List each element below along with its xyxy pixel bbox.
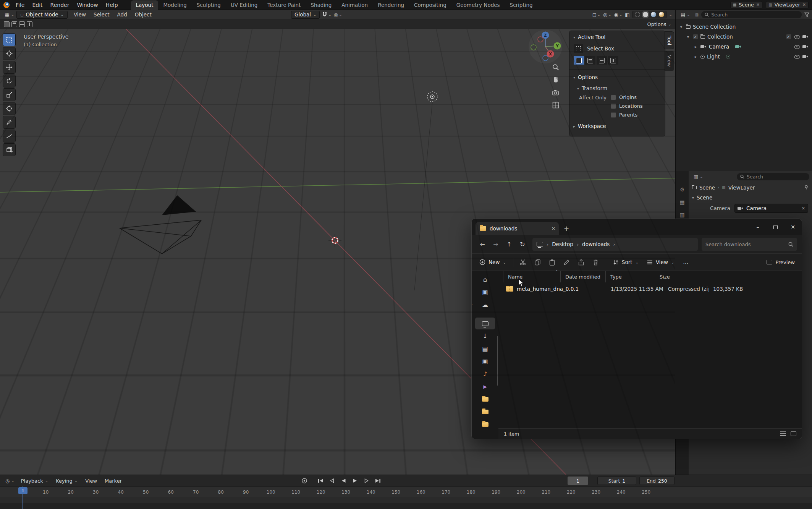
viewport-menu-item[interactable]: Object bbox=[131, 11, 155, 18]
gizmo-z-handle[interactable]: Z bbox=[542, 32, 549, 39]
transform-subpanel-header[interactable]: ▾ Transform bbox=[569, 83, 665, 93]
camera-field[interactable]: Camera ✕ bbox=[734, 204, 808, 213]
select-mode-new-button[interactable] bbox=[4, 21, 10, 27]
outliner-search[interactable] bbox=[701, 11, 802, 18]
sidebar-item-documents[interactable]: ▤ bbox=[475, 343, 495, 355]
keying-menu[interactable]: Keying ⌄ bbox=[52, 477, 81, 485]
disclosure-open-icon[interactable]: ▾ bbox=[686, 34, 691, 39]
mode-new-button[interactable] bbox=[574, 56, 584, 65]
file-list[interactable]: meta_human_dna_0.0.1 1/13/2025 11:55 AM … bbox=[498, 282, 802, 428]
measure-tool[interactable] bbox=[3, 130, 15, 142]
expand-chevron-icon[interactable]: › bbox=[471, 302, 472, 307]
options-header[interactable]: ▾ Options bbox=[569, 71, 665, 83]
disclosure-closed-icon[interactable]: ▸ bbox=[693, 54, 698, 59]
properties-search-input[interactable] bbox=[747, 174, 806, 180]
close-tab-icon[interactable]: ✕ bbox=[552, 226, 555, 231]
more-options-button[interactable]: … bbox=[679, 256, 692, 269]
sidebar-item-this-pc[interactable] bbox=[475, 318, 495, 329]
gizmo-y-handle[interactable]: Y bbox=[554, 42, 561, 50]
gizmo-neg-x-handle[interactable] bbox=[538, 37, 543, 42]
breadcrumb-downloads[interactable]: downloads bbox=[582, 241, 610, 247]
new-button[interactable]: New ⌄ bbox=[476, 257, 510, 267]
playback-menu[interactable]: Playback ⌄ bbox=[18, 477, 52, 485]
select-box-tool[interactable] bbox=[3, 34, 15, 46]
viewport-menu-item[interactable]: View bbox=[70, 11, 90, 18]
transform-orientation-dropdown[interactable]: Global ⌄ bbox=[291, 11, 320, 19]
breadcrumb-desktop[interactable]: Desktop bbox=[552, 241, 573, 247]
select-mode-intersect-button[interactable] bbox=[27, 21, 32, 27]
scale-tool[interactable] bbox=[3, 89, 15, 101]
breadcrumb-viewlayer[interactable]: ViewLayer bbox=[728, 185, 755, 191]
viewlayer-unlink-icon[interactable]: ✕ bbox=[802, 2, 806, 7]
column-header[interactable]: Date modified bbox=[560, 271, 605, 282]
sidebar-scrollbar[interactable] bbox=[497, 336, 498, 386]
locations-checkbox[interactable] bbox=[611, 104, 616, 109]
cut-button[interactable] bbox=[516, 256, 530, 269]
column-header[interactable]: Name bbox=[503, 271, 560, 282]
display-mode-icon[interactable]: ▥ bbox=[695, 13, 699, 17]
clear-camera-icon[interactable]: ✕ bbox=[802, 206, 805, 211]
copy-button[interactable] bbox=[531, 256, 545, 269]
disable-render-icon[interactable] bbox=[802, 44, 809, 49]
file-row[interactable]: meta_human_dna_0.0.1 1/13/2025 11:55 AM … bbox=[498, 282, 802, 295]
preview-toggle[interactable]: Preview bbox=[767, 259, 798, 265]
sidebar-item-gallery[interactable]: ▣ bbox=[475, 286, 495, 298]
workspace-header[interactable]: ▸ Workspace bbox=[569, 118, 665, 132]
shading-wireframe-button[interactable] bbox=[634, 11, 641, 18]
workspace-tab[interactable]: Layout bbox=[131, 0, 159, 10]
viewlayer-browse-icon[interactable]: ▥ bbox=[768, 3, 772, 7]
outliner-row-scene-collection[interactable]: ▾ Scene Collection bbox=[676, 22, 812, 32]
sidebar-item-pictures[interactable]: ▣ bbox=[475, 355, 495, 367]
transform-tool[interactable] bbox=[3, 102, 15, 115]
gizmo-neg-z-handle[interactable] bbox=[543, 55, 548, 61]
disclosure-closed-icon[interactable]: ▸ bbox=[693, 44, 698, 49]
auto-keying-button[interactable] bbox=[299, 477, 309, 485]
explorer-search-box[interactable] bbox=[702, 238, 797, 251]
disable-render-icon[interactable] bbox=[802, 34, 809, 39]
topbar-menu-item[interactable]: Render bbox=[47, 1, 73, 9]
properties-tab-icon[interactable]: ▥ bbox=[679, 212, 684, 218]
up-button[interactable]: ↑ bbox=[503, 238, 515, 250]
sidebar-item-videos[interactable]: ▶ bbox=[475, 381, 495, 392]
refresh-button[interactable]: ↻ bbox=[516, 238, 529, 250]
collection-include-checkbox[interactable]: ✓ bbox=[693, 34, 698, 39]
explorer-titlebar[interactable]: downloads ✕ + – ✕ bbox=[472, 219, 802, 235]
overlays-dropdown[interactable]: ◉ ⌄ bbox=[614, 12, 623, 18]
workspace-tab[interactable]: UV Editing bbox=[226, 0, 262, 10]
scene-unlink-icon[interactable]: ✕ bbox=[756, 2, 760, 7]
gizmo-x-handle[interactable]: X bbox=[547, 50, 554, 58]
workspace-tab[interactable]: Rendering bbox=[373, 0, 409, 10]
workspace-tab[interactable]: Texture Paint bbox=[262, 0, 306, 10]
playhead-frame-badge[interactable]: 1 bbox=[18, 487, 27, 494]
viewport-options-dropdown[interactable]: Options ⌄ bbox=[647, 21, 671, 27]
sidebar-item-onedrive[interactable]: › ☁ bbox=[475, 299, 495, 311]
share-button[interactable] bbox=[574, 256, 588, 269]
properties-search[interactable] bbox=[737, 173, 809, 180]
shading-dropdown-chevron-icon[interactable]: ⌄ bbox=[669, 13, 672, 17]
camera-view-button[interactable] bbox=[552, 89, 560, 96]
parents-checkbox[interactable] bbox=[611, 112, 616, 118]
shading-material-button[interactable] bbox=[650, 11, 657, 18]
collection-exclude-checkbox[interactable]: ✓ bbox=[786, 34, 791, 39]
mode-subtract-button[interactable] bbox=[597, 56, 607, 65]
topbar-menu-item[interactable]: File bbox=[12, 1, 28, 9]
disable-render-icon[interactable] bbox=[802, 54, 809, 59]
chevron-down-icon[interactable]: ⌄ bbox=[328, 13, 331, 17]
breadcrumb-scene[interactable]: Scene bbox=[699, 185, 715, 191]
explorer-tab[interactable]: downloads ✕ bbox=[476, 222, 559, 235]
outliner-row-light[interactable]: ▸ Light bbox=[676, 52, 812, 62]
active-tool-header[interactable]: ▾ Active Tool bbox=[569, 31, 665, 43]
workspace-tab[interactable]: Animation bbox=[336, 0, 373, 10]
view-button[interactable]: View ⌄ bbox=[643, 257, 678, 267]
gizmos-dropdown[interactable]: ◎ ⌄ bbox=[603, 12, 611, 18]
select-mode-extend-button[interactable] bbox=[11, 21, 17, 27]
scene-browse-icon[interactable]: ▦ bbox=[733, 3, 736, 7]
back-button[interactable]: ← bbox=[476, 238, 488, 250]
zoom-button[interactable] bbox=[552, 63, 560, 71]
proportional-edit-toggle[interactable]: ◎ ⌄ bbox=[334, 12, 342, 18]
timeline-ruler[interactable]: 1020304050607080901001101201301401501601… bbox=[0, 486, 812, 497]
large-icons-view-icon[interactable] bbox=[791, 431, 796, 436]
column-header[interactable]: Type bbox=[605, 271, 655, 282]
topbar-menu-item[interactable]: Edit bbox=[28, 1, 46, 9]
delete-button[interactable] bbox=[589, 256, 603, 269]
